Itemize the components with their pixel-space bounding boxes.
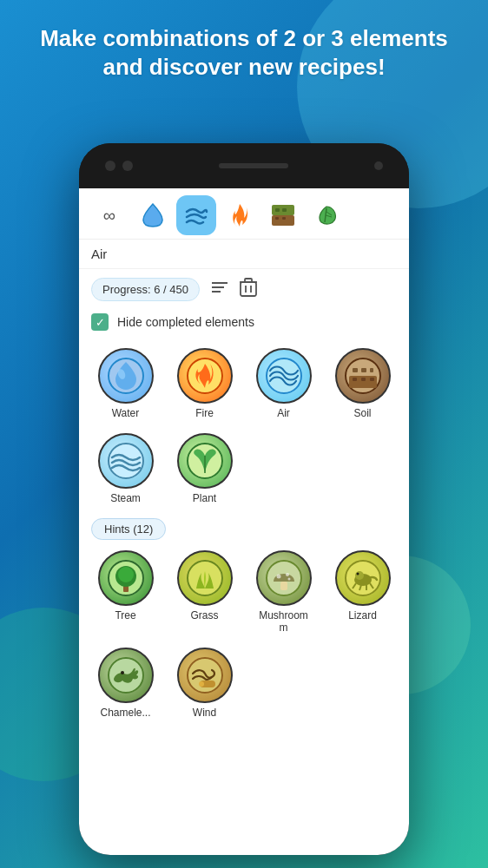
svg-rect-4: [275, 217, 279, 220]
camera-group: [105, 161, 133, 171]
front-camera-1: [105, 161, 115, 171]
hint-tree-icon: [98, 550, 154, 606]
delete-icon[interactable]: [240, 278, 257, 301]
svg-rect-0: [272, 215, 294, 226]
hint-mushroom[interactable]: Mushroomm: [246, 545, 321, 639]
svg-rect-39: [280, 582, 287, 590]
element-air-icon: [256, 348, 312, 404]
svg-rect-16: [245, 279, 252, 282]
hint-grass-icon: [177, 550, 233, 606]
svg-rect-28: [361, 378, 366, 381]
svg-rect-26: [370, 368, 373, 372]
svg-point-52: [121, 671, 124, 674]
element-water-label: Water: [112, 407, 140, 419]
element-plant[interactable]: Plant: [167, 428, 242, 510]
hint-wind-label: Wind: [193, 707, 216, 719]
phone-top-bar: [79, 143, 409, 188]
element-soil-label: Soil: [353, 407, 371, 419]
hint-wind[interactable]: Wind: [167, 642, 242, 724]
hints-grid: Tree Grass: [79, 545, 409, 729]
element-air-label: Air: [277, 407, 290, 419]
hint-chameleon[interactable]: Chamele...: [88, 642, 163, 724]
hint-tree[interactable]: Tree: [88, 545, 163, 639]
progress-row: Progress: 6 / 450: [79, 269, 409, 310]
element-water-icon: [98, 348, 154, 404]
category-label: Air: [79, 240, 409, 269]
svg-point-45: [355, 571, 364, 580]
sort-icon[interactable]: [210, 279, 229, 299]
hint-chameleon-icon: [98, 648, 154, 703]
hide-completed-label: Hide completed elements: [117, 315, 254, 329]
element-fire-label: Fire: [195, 407, 214, 419]
element-fire-icon: [177, 348, 233, 404]
svg-point-41: [286, 573, 289, 576]
element-plant-label: Plant: [193, 492, 216, 504]
front-camera-2: [122, 161, 133, 171]
checkbox-row: ✓ Hide completed elements: [79, 310, 409, 339]
element-water[interactable]: Water: [88, 343, 163, 424]
svg-point-42: [287, 578, 290, 581]
tab-plant[interactable]: [307, 195, 346, 235]
phone-screen: ∞ Air: [79, 188, 409, 855]
hint-mushroom-label: Mushroomm: [259, 609, 308, 634]
element-fire[interactable]: Fire: [167, 343, 242, 424]
phone-sensor: [374, 161, 383, 170]
element-steam-icon: [98, 433, 154, 489]
elements-grid: Water Fire: [79, 339, 409, 516]
hint-lizard-icon: [335, 550, 391, 606]
progress-badge: Progress: 6 / 450: [91, 278, 200, 301]
svg-rect-29: [370, 378, 374, 381]
svg-rect-3: [282, 208, 287, 212]
element-steam-label: Steam: [110, 492, 141, 504]
tab-bar: ∞: [79, 188, 409, 240]
svg-point-40: [276, 575, 280, 579]
tab-water[interactable]: [133, 195, 173, 235]
hint-grass[interactable]: Grass: [167, 545, 242, 639]
svg-rect-12: [241, 282, 256, 296]
element-soil[interactable]: Soil: [325, 343, 400, 424]
svg-rect-2: [275, 208, 280, 212]
svg-rect-24: [353, 368, 358, 372]
hint-chameleon-label: Chamele...: [100, 707, 150, 719]
phone-speaker: [219, 163, 288, 168]
hint-tree-label: Tree: [115, 609, 135, 621]
tab-fire[interactable]: [220, 195, 260, 235]
svg-point-46: [356, 573, 359, 575]
tab-air[interactable]: [176, 195, 216, 235]
element-air[interactable]: Air: [246, 343, 321, 424]
hint-lizard-label: Lizard: [348, 609, 377, 621]
svg-rect-27: [353, 378, 357, 381]
phone-frame: ∞ Air: [79, 143, 409, 855]
svg-point-36: [118, 567, 134, 582]
hint-mushroom-icon: [256, 550, 312, 606]
scroll-area[interactable]: Progress: 6 / 450 ✓ Hide completed eleme…: [79, 269, 409, 855]
hint-lizard[interactable]: Lizard: [325, 545, 400, 639]
tab-soil[interactable]: [263, 195, 303, 235]
element-steam[interactable]: Steam: [88, 428, 163, 510]
element-plant-icon: [177, 433, 233, 489]
svg-rect-5: [282, 217, 286, 220]
hide-completed-checkbox[interactable]: ✓: [91, 313, 109, 331]
hint-grass-label: Grass: [190, 609, 218, 621]
hint-wind-icon: [177, 648, 233, 703]
header-title: Make combinations of 2 or 3 elements and…: [0, 0, 488, 96]
svg-point-55: [199, 681, 204, 687]
svg-rect-25: [361, 368, 366, 372]
tab-infinity[interactable]: ∞: [89, 195, 129, 235]
element-soil-icon: [335, 348, 391, 404]
hints-badge: Hints (12): [91, 518, 166, 540]
